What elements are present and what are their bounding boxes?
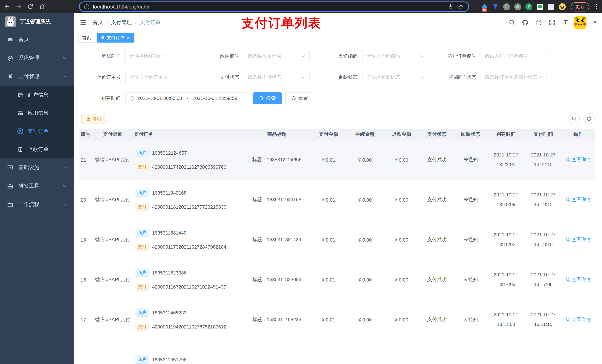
browser-update-button[interactable]: 更新: [571, 2, 589, 11]
user-avatar[interactable]: [574, 16, 586, 29]
chevron-down-icon[interactable]: [593, 21, 596, 23]
cell-order: 商户1635311951796: [134, 355, 242, 364]
table-row[interactable]: 18 微信 JSAPI 支付 商户1635311823086 支付4200001…: [79, 260, 595, 300]
close-icon[interactable]: [127, 36, 130, 39]
back-icon[interactable]: [4, 3, 10, 10]
extension-chat-icon[interactable]: [537, 3, 544, 10]
show-search-button[interactable]: [569, 113, 580, 124]
view-detail-link[interactable]: 查看详情: [566, 236, 591, 243]
briefcase-icon: [7, 201, 13, 208]
channel-order-no-input[interactable]: [125, 71, 191, 83]
sidebar-item-system[interactable]: 系统管理: [0, 49, 74, 67]
app-select[interactable]: 请选择应用信息: [244, 50, 310, 62]
notify-status-select[interactable]: 请选择订单回调商户状态: [481, 71, 547, 83]
breadcrumb-home[interactable]: 首页: [93, 19, 103, 26]
range-separator: -: [185, 95, 190, 101]
merchant-order-no-input[interactable]: [481, 50, 547, 62]
url-bar[interactable]: localhost:1024/pay/order: [79, 1, 469, 12]
sidebar-item-home[interactable]: 首页: [0, 30, 74, 49]
cell-channel: 微信 JSAPI 支付: [93, 260, 133, 300]
reset-button-label: 重置: [298, 95, 308, 102]
merchant-select[interactable]: [125, 50, 191, 62]
pay-status-select[interactable]: 请选择支付状态: [244, 71, 310, 83]
export-button[interactable]: 导出: [81, 114, 106, 124]
channel-code-select[interactable]: 请输入渠道编码: [362, 50, 428, 62]
table-row[interactable]: 20 微信 JSAPI 支付 商户1635311949168 支付4200001…: [79, 180, 595, 220]
download-icon: [86, 116, 91, 121]
search-icon[interactable]: [508, 19, 515, 26]
table-row-partial[interactable]: 商户1635311951796: [79, 340, 595, 364]
chevron-down-icon: [63, 202, 67, 207]
sidebar-item-label: 支付管理: [19, 73, 39, 80]
github-icon[interactable]: [522, 19, 529, 26]
refund-status-select[interactable]: 请选择退款状态: [362, 71, 428, 83]
fullscreen-icon[interactable]: [548, 19, 555, 26]
help-icon[interactable]: [535, 19, 542, 26]
extension-command-icon[interactable]: ⌘: [503, 3, 510, 10]
yen-icon: ¥: [7, 73, 13, 80]
extension-diamond-icon[interactable]: 10: [481, 3, 488, 10]
monitor-icon: [7, 165, 13, 171]
search-button[interactable]: 搜索: [253, 92, 282, 104]
chevron-up-icon: [63, 74, 67, 79]
placeholder-text: 请选择退款状态: [366, 74, 419, 81]
cell-pay-status: 支付成功: [420, 140, 454, 180]
pay-no: 4200001167202110271022491439: [152, 284, 226, 290]
cell-amount: ¥ 0.01: [310, 220, 347, 260]
cell-refund: ¥ 0.00: [383, 140, 420, 180]
sidebar-item-label: 支付订单: [28, 128, 49, 135]
view-detail-link[interactable]: 查看详情: [566, 276, 591, 283]
forward-icon[interactable]: [15, 3, 22, 10]
bookmark-star-icon[interactable]: [458, 4, 464, 10]
logo[interactable]: 芋道管理系统: [0, 13, 74, 30]
cell-created: 2021-10-2713:18:02: [489, 230, 523, 249]
font-size-icon[interactable]: TT: [562, 19, 568, 26]
tab-home[interactable]: 首页: [78, 33, 95, 42]
cell-notify-status: 未通知: [454, 180, 487, 220]
sidebar-toggle-icon[interactable]: [80, 19, 87, 26]
info-icon[interactable]: [84, 4, 89, 10]
view-detail-link[interactable]: 查看详情: [566, 316, 591, 323]
cell-refund: ¥ 0.00: [383, 300, 420, 340]
cell-order: 商户1635311949168 支付4200001181202110277723…: [134, 189, 242, 211]
cell-paid: 2021-10-2713:17:08: [526, 270, 560, 289]
extension-y-icon[interactable]: Y: [525, 3, 532, 10]
sidebar-item-app-info[interactable]: 应用信息: [0, 104, 74, 122]
extensions-puzzle-icon[interactable]: [548, 3, 555, 10]
breadcrumb-pay[interactable]: 支付管理: [111, 19, 132, 26]
view-detail-link[interactable]: 查看详情: [566, 197, 591, 203]
sidebar-item-dev-tools[interactable]: 研发工具: [0, 177, 74, 195]
cell-paid: 2021-10-2713:11:15: [526, 310, 560, 329]
extension-gem-icon[interactable]: [492, 3, 499, 10]
chevron-down-icon: [301, 75, 305, 79]
create-time-range-picker[interactable]: 2021-10-01 00:00:00 - 2021-10-31 23:59:5…: [125, 92, 247, 104]
sidebar-item-workflow[interactable]: 工作流程: [0, 195, 74, 214]
filter-label: 应用编号: [200, 53, 239, 59]
table-header-row: 编号 支付渠道 支付订单 商品标题 支付金额 手续金额 退款金额 支付状态 回调…: [79, 129, 595, 140]
sidebar-item-refund-order[interactable]: 退款订单: [0, 140, 74, 158]
home-icon[interactable]: [39, 3, 45, 10]
cell-channel: 微信 JSAPI 支付: [93, 300, 133, 340]
sidebar-item-label: 首页: [19, 36, 29, 43]
view-detail-link[interactable]: 查看详情: [566, 156, 591, 163]
col-order: 支付订单: [132, 129, 243, 140]
placeholder-text: 请选择订单回调商户状态: [485, 74, 538, 81]
sidebar-item-payment[interactable]: ¥ 支付管理: [0, 67, 74, 86]
table-row[interactable]: 17 微信 JSAPI 支付 商户1635311468233 支付4200001…: [79, 300, 595, 340]
sidebar-item-pay-order[interactable]: ¥ 支付订单: [0, 122, 74, 140]
dashboard-icon: [7, 36, 13, 43]
refresh-table-button[interactable]: [583, 113, 595, 124]
reset-button[interactable]: 重置: [285, 92, 314, 104]
sidebar-item-infrastructure[interactable]: 基础设施: [0, 158, 74, 177]
browser-menu-icon[interactable]: [594, 4, 598, 9]
table-row[interactable]: 21 微信 JSAPI 支付 商户1635312124657 支付4200001…: [79, 140, 595, 180]
extension-record-icon[interactable]: [514, 3, 521, 10]
table-row[interactable]: 19 微信 JSAPI 支付 商户1635311881440 支付4200001…: [79, 220, 595, 260]
sidebar-item-merchant-info[interactable]: 商户信息: [0, 86, 74, 104]
merchant-badge: 商户: [135, 309, 149, 317]
reload-icon[interactable]: [27, 3, 34, 10]
browser-profile-avatar[interactable]: [559, 3, 566, 10]
share-icon[interactable]: [448, 4, 453, 10]
cell-title: 标题：1635311949168: [243, 180, 310, 220]
tab-pay-order[interactable]: 支付订单: [97, 33, 134, 42]
